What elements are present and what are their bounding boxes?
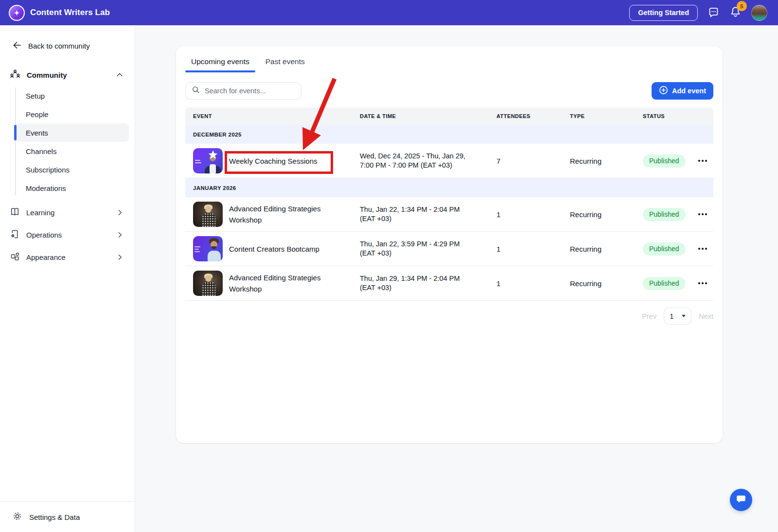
sidebar-section-community[interactable]: Community [0,64,135,86]
events-table: EVENT DATE & TIME ATTENDEES TYPE STATUS … [185,107,713,301]
chevron-right-icon [116,253,124,261]
sidebar-item-people[interactable]: People [15,105,129,123]
sidebar-section-learning[interactable]: Learning [0,201,135,223]
tab-upcoming-events[interactable]: Upcoming events [191,57,249,72]
brand: Content Writers Lab [9,5,110,21]
sidebar-item-events[interactable]: Events [15,123,129,142]
pagination-prev[interactable]: Prev [642,312,656,320]
event-thumbnail [193,202,223,227]
event-row[interactable]: Weekly Coaching Sessions Wed, Dec 24, 20… [185,144,713,178]
back-to-community-link[interactable]: Back to community [12,40,125,51]
column-header-status: STATUS [643,113,691,119]
add-event-label: Add event [672,87,706,95]
community-people-icon [10,69,20,81]
plus-circle-icon [659,86,668,96]
status-badge: Published [643,242,686,256]
row-menu-button[interactable] [695,278,710,288]
events-tabs: Upcoming events Past events [185,57,713,72]
sidebar-item-label: Events [26,129,48,137]
page-number-select[interactable]: 1 [664,308,691,325]
event-thumbnail [193,271,223,296]
user-avatar[interactable] [751,5,767,21]
event-datetime: Thu, Jan 22, 1:34 PM - 2:04 PM (EAT +03) [360,205,481,224]
sidebar-item-label: People [26,110,49,119]
sidebar-item-subscriptions[interactable]: Subscriptions [15,160,129,179]
event-type: Recurring [570,157,643,165]
chevron-right-icon [116,208,124,217]
chat-bubble-dots-icon [707,6,720,19]
event-attendees: 1 [496,245,570,253]
event-title-link[interactable]: Advanced Editing Strategies Workshop [229,272,329,294]
back-to-community-label: Back to community [28,42,90,50]
event-datetime: Thu, Jan 22, 3:59 PM - 4:29 PM (EAT +03) [360,240,481,258]
topbar: Content Writers Lab Getting Started 5 [0,0,778,25]
table-header-row: EVENT DATE & TIME ATTENDEES TYPE STATUS [185,107,713,125]
sidebar-section-appearance[interactable]: Appearance [0,246,135,268]
events-search[interactable] [185,82,301,100]
event-thumbnail [193,236,223,261]
blocks-icon [10,252,20,263]
sidebar-item-label: Channels [26,147,56,155]
sidebar-item-moderations[interactable]: Moderations [15,179,129,197]
event-attendees: 7 [496,157,570,165]
ellipsis-icon [698,213,700,215]
column-header-type: TYPE [570,113,643,119]
row-menu-button[interactable] [695,244,710,254]
brand-logo-icon [9,5,25,21]
pagination: Prev 1 Next [185,308,713,325]
chevron-right-icon [116,231,124,239]
sidebar-item-label: Setup [26,92,45,100]
event-row[interactable]: Content Creators Bootcamp Thu, Jan 22, 3… [185,232,713,266]
pagination-next[interactable]: Next [699,312,713,320]
event-type: Recurring [570,210,643,219]
document-gear-icon [10,229,20,240]
event-datetime: Thu, Jan 29, 1:34 PM - 2:04 PM (EAT +03) [360,274,481,293]
row-menu-button[interactable] [695,209,710,219]
search-input[interactable] [205,87,296,95]
status-badge: Published [643,154,686,168]
tab-past-events[interactable]: Past events [265,57,305,72]
column-header-datetime: DATE & TIME [360,113,496,119]
events-toolbar: Add event [185,82,713,100]
gear-icon [12,511,22,523]
event-datetime: Wed, Dec 24, 2025 - Thu, Jan 29, 7:00 PM… [360,152,481,171]
ellipsis-icon [698,160,700,162]
event-thumbnail [193,148,223,173]
getting-started-button[interactable]: Getting Started [629,5,698,21]
operations-label: Operations [26,231,62,239]
ellipsis-icon [698,282,700,284]
sidebar-item-label: Subscriptions [26,166,70,174]
column-header-event: EVENT [185,113,360,119]
messages-button[interactable] [707,6,720,19]
notification-badge: 5 [737,1,747,11]
status-badge: Published [643,277,686,290]
add-event-button[interactable]: Add event [652,82,713,100]
status-badge: Published [643,208,686,221]
sidebar-item-setup[interactable]: Setup [15,86,129,105]
settings-and-data-label: Settings & Data [29,513,80,521]
page-number-value: 1 [670,312,673,320]
brand-title: Content Writers Lab [30,8,110,17]
community-subtree: Setup People Events Channels Subscriptio… [15,86,135,197]
caret-down-icon [682,315,686,317]
event-title-link[interactable]: Content Creators Bootcamp [229,243,319,255]
sidebar-item-channels[interactable]: Channels [15,142,129,160]
event-title-link[interactable]: Weekly Coaching Sessions [229,155,317,167]
month-section-row: JANUARY 2026 [185,178,713,197]
notifications-button[interactable]: 5 [729,6,742,19]
event-attendees: 1 [496,210,570,219]
settings-and-data-link[interactable]: Settings & Data [0,501,135,532]
event-row[interactable]: Advanced Editing Strategies Workshop Thu… [185,197,713,232]
event-title-link[interactable]: Advanced Editing Strategies Workshop [229,203,329,225]
sidebar-section-operations[interactable]: Operations [0,223,135,246]
chat-widget-button[interactable] [730,489,752,511]
event-type: Recurring [570,279,643,288]
event-row[interactable]: Advanced Editing Strategies Workshop Thu… [185,266,713,301]
search-icon [192,86,200,96]
main-content: Upcoming events Past events [135,25,778,532]
event-type: Recurring [570,245,643,253]
appearance-label: Appearance [26,253,66,261]
row-menu-button[interactable] [695,156,710,166]
sidebar: Back to community Community [0,25,135,532]
community-label: Community [27,71,67,79]
